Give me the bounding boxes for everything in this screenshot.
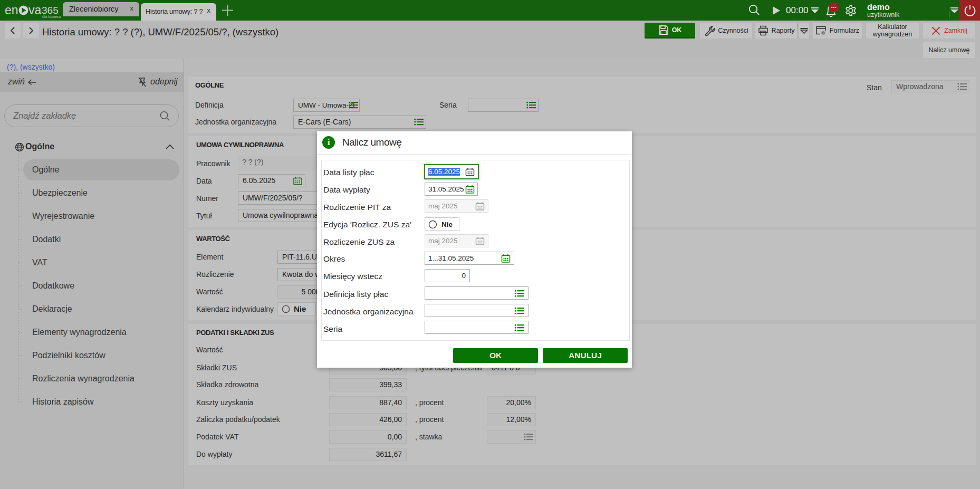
svg-text:365: 365 bbox=[42, 5, 59, 16]
svg-text:va: va bbox=[28, 3, 42, 17]
svg-text:dla biznesu: dla biznesu bbox=[42, 15, 61, 18]
svg-text:---: --- bbox=[831, 4, 837, 10]
svg-text:en: en bbox=[5, 3, 18, 17]
